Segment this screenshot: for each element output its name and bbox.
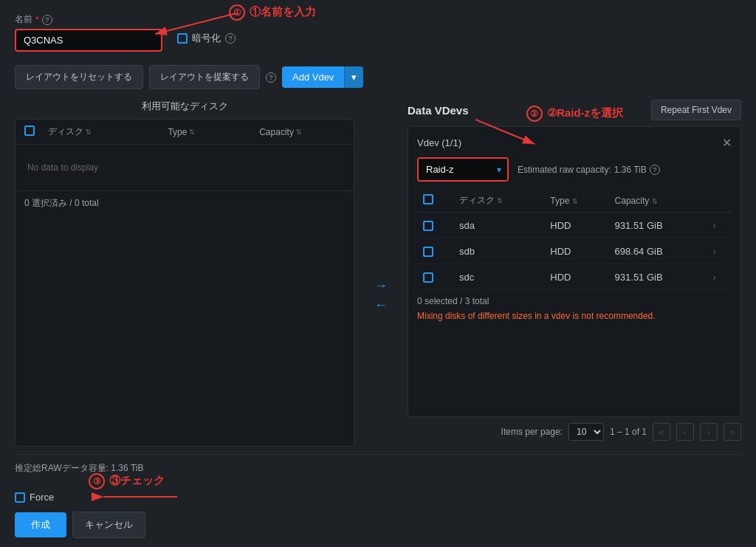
left-table-footer: 0 選択済み / 0 total [16, 190, 354, 216]
type-sort-icon: ⇅ [189, 128, 195, 136]
propose-layout-button[interactable]: レイアウトを提案する [149, 65, 260, 89]
pagination-row: Items per page: 10 25 50 1 – 1 of 1 « ‹ … [408, 417, 741, 447]
table-row: sdc HDD 931.51 GiB › [417, 264, 732, 290]
encrypt-label: 暗号化 [192, 32, 221, 45]
row-disk-capacity: 931.51 GiB [609, 264, 707, 290]
capacity-sort-icon: ⇅ [296, 128, 302, 136]
row-checkbox-cell [417, 238, 453, 264]
raid-row: Raid-z Raid-z2 Raid-z3 Mirror Stripe ▾ E… [417, 157, 732, 182]
left-select-all-checkbox[interactable] [24, 125, 35, 136]
available-disks-table: ディスク ⇅ Type ⇅ Capacity ⇅ No data to disp… [15, 119, 354, 447]
left-header-checkbox-col [24, 125, 42, 138]
circle-1: ① [229, 4, 245, 21]
vdev-select-all-checkbox[interactable] [423, 194, 433, 204]
estimated-cap-help-icon[interactable]: ? [650, 165, 660, 175]
bottom-section: 推定総RAWデータ容量: 1.36 TiB ③ ③チェック Force 作成 [15, 454, 741, 538]
row-detail-arrow[interactable]: › [707, 213, 732, 238]
vdev-col-capacity[interactable]: Capacity ⇅ [609, 189, 707, 213]
row-disk-name: sdc [453, 264, 544, 290]
right-panel: Data VDevs Repeat First Vdev ② ②Raid-zを選… [408, 100, 741, 447]
move-left-button[interactable]: ← [374, 298, 388, 312]
add-vdev-button[interactable]: Add Vdev [282, 66, 344, 88]
button-row: レイアウトをリセットする レイアウトを提案する ? Add Vdev ▾ [15, 65, 741, 89]
row-detail-arrow[interactable]: › [707, 264, 732, 290]
left-table-header: ディスク ⇅ Type ⇅ Capacity ⇅ [16, 120, 354, 145]
add-vdev-button-group: Add Vdev ▾ [282, 66, 363, 88]
row-disk-type: HDD [544, 213, 608, 238]
name-label: 名前* ? [15, 13, 162, 26]
vdev-card-header: Vdev (1/1) ✕ [417, 136, 732, 150]
left-col-disk[interactable]: ディスク ⇅ [48, 125, 162, 138]
next-page-button[interactable]: › [700, 423, 718, 441]
name-help-icon[interactable]: ? [42, 15, 52, 25]
row-disk-capacity: 931.51 GiB [609, 213, 707, 238]
left-panel: 利用可能なディスク ディスク ⇅ Type ⇅ Capacity [15, 100, 354, 447]
vdev-section-title: Data VDevs [408, 104, 469, 117]
row-disk-type: HDD [544, 264, 608, 290]
raid-select[interactable]: Raid-z Raid-z2 Raid-z3 Mirror Stripe [419, 159, 507, 180]
first-page-button[interactable]: « [653, 423, 670, 441]
raid-select-wrapper: Raid-z Raid-z2 Raid-z3 Mirror Stripe ▾ [417, 157, 509, 182]
row-disk-name: sdb [453, 238, 544, 264]
name-section: 名前* ? [15, 13, 162, 52]
vdev-close-button[interactable]: ✕ [722, 136, 732, 150]
move-right-button[interactable]: → [374, 279, 388, 292]
required-star: * [35, 15, 39, 25]
no-data-message: No data to display [16, 145, 354, 190]
row-checkbox-0[interactable] [423, 221, 433, 231]
vdev-table-header: ディスク ⇅ Type ⇅ Capacity ⇅ [417, 189, 732, 213]
vdev-col-type[interactable]: Type ⇅ [544, 189, 608, 213]
vdev-card: Vdev (1/1) ✕ Raid-z Raid-z2 Raid-z3 Mirr… [408, 126, 741, 417]
page-info: 1 – 1 of 1 [610, 427, 647, 437]
name-input[interactable] [15, 29, 162, 52]
table-row: sdb HDD 698.64 GiB › [417, 238, 732, 264]
row-detail-arrow[interactable]: › [707, 238, 732, 264]
row-checkbox-2[interactable] [423, 272, 433, 283]
row-checkbox-1[interactable] [423, 247, 433, 257]
row-disk-type: HDD [544, 238, 608, 264]
encrypt-help-icon[interactable]: ? [225, 33, 236, 44]
layout-help-icon[interactable]: ? [266, 72, 276, 83]
row-expand-icon[interactable]: › [712, 219, 716, 231]
disk-sort-icon: ⇅ [86, 128, 92, 136]
create-button[interactable]: 作成 [15, 512, 66, 537]
last-page-button[interactable]: » [724, 423, 741, 441]
left-col-type[interactable]: Type ⇅ [168, 127, 253, 137]
cancel-button[interactable]: キャンセル [72, 512, 145, 538]
row-expand-icon[interactable]: › [712, 245, 716, 257]
vdev-warning-text: Mixing disks of different sizes in a vde… [417, 311, 732, 321]
page-container: ① ①名前を入力 名前* ? 暗号化 ? レイアウトをリセットする レイアウトを… [0, 0, 756, 547]
add-vdev-dropdown-arrow[interactable]: ▾ [344, 66, 363, 88]
vdev-col-checkbox [417, 189, 453, 213]
vdev-footer: 0 selected / 3 total [417, 296, 732, 306]
items-per-page-select[interactable]: 10 25 50 [568, 423, 604, 441]
force-label: Force [30, 492, 54, 503]
vdev-selected-count: 0 selected / 3 total [417, 296, 489, 306]
force-checkbox[interactable] [15, 492, 25, 503]
items-per-page-label: Items per page: [501, 427, 563, 437]
repeat-first-vdev-button[interactable]: Repeat First Vdev [651, 100, 741, 120]
encrypt-checkbox[interactable] [177, 33, 188, 44]
main-content: 利用可能なディスク ディスク ⇅ Type ⇅ Capacity [15, 100, 741, 447]
left-panel-title: 利用可能なディスク [15, 100, 354, 113]
left-col-capacity[interactable]: Capacity ⇅ [259, 127, 345, 137]
prev-page-button[interactable]: ‹ [676, 423, 694, 441]
top-row: 名前* ? 暗号化 ? [15, 13, 741, 52]
annotation-3: ③ ③チェック [89, 473, 165, 489]
circle-3: ③ [89, 473, 105, 489]
row-disk-name: sda [453, 213, 544, 238]
row-expand-icon[interactable]: › [712, 271, 716, 283]
vdev-col-detail [707, 189, 732, 213]
row-checkbox-cell [417, 264, 453, 290]
reset-layout-button[interactable]: レイアウトをリセットする [15, 65, 143, 89]
force-row: Force [15, 492, 741, 503]
table-row: sda HDD 931.51 GiB › [417, 213, 732, 238]
vdev-col-disk[interactable]: ディスク ⇅ [453, 189, 544, 213]
row-disk-capacity: 698.64 GiB [609, 238, 707, 264]
annotation-1: ① ①名前を入力 [229, 4, 316, 21]
circle-2: ② [526, 106, 543, 122]
vdev-count-label: Vdev (1/1) [417, 137, 461, 148]
encrypt-section: 暗号化 ? [177, 32, 236, 45]
row-checkbox-cell [417, 213, 453, 238]
transfer-arrows: → ← [366, 100, 396, 447]
